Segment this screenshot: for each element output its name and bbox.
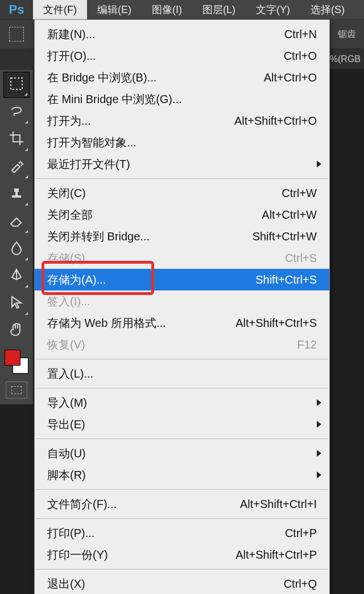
menu-item[interactable]: 关闭(C)Ctrl+W: [35, 182, 329, 204]
menu-item-shortcut: Ctrl+S: [285, 252, 317, 265]
submenu-arrow-icon: [317, 161, 321, 167]
menu-item[interactable]: 存储为(A)...Shift+Ctrl+S: [35, 269, 329, 290]
menubar-item-1[interactable]: 编辑(E): [87, 0, 142, 19]
color-swatches[interactable]: [3, 349, 30, 375]
menu-item-label: 文件简介(F)...: [47, 497, 233, 512]
menu-item[interactable]: 导出(E): [35, 413, 329, 435]
menu-item-label: 关闭(C): [47, 186, 275, 201]
menu-item-label: 在 Bridge 中浏览(B)...: [47, 70, 257, 85]
toolbox: [0, 69, 33, 404]
menu-item-label: 自动(U): [47, 446, 317, 461]
menu-item[interactable]: 导入(M): [35, 392, 329, 413]
screen-mode-button[interactable]: [6, 382, 27, 399]
eraser-tool-icon: [9, 212, 24, 231]
menu-item[interactable]: 新建(N)...Ctrl+N: [35, 23, 329, 45]
menu-item[interactable]: 存储为 Web 所用格式...Alt+Shift+Ctrl+S: [35, 312, 329, 334]
menu-item-label: 置入(L)...: [47, 366, 317, 382]
eraser-tool[interactable]: [3, 208, 30, 235]
pen-tool[interactable]: [3, 263, 30, 289]
menu-item-shortcut: Ctrl+W: [282, 187, 317, 200]
menu-item-label: 新建(N)...: [47, 27, 278, 42]
menu-item-shortcut: Alt+Shift+Ctrl+O: [234, 114, 317, 128]
menubar-item-0[interactable]: 文件(F): [33, 0, 87, 19]
hand-tool-icon: [9, 322, 24, 340]
menubar-item-label: 图像(I): [152, 3, 182, 17]
menubar-item-4[interactable]: 文字(Y): [246, 0, 300, 19]
submenu-arrow-icon: [317, 421, 321, 428]
svg-rect-0: [11, 78, 22, 89]
menu-item-shortcut: Ctrl+Q: [284, 577, 317, 591]
healing-brush-tool[interactable]: [3, 154, 30, 180]
menu-item[interactable]: 最近打开文件(T): [35, 153, 329, 175]
pen-tool-icon: [9, 267, 24, 285]
menu-item-label: 退出(X): [47, 576, 277, 592]
menu-item-label: 打开为...: [47, 113, 228, 129]
menu-item-label: 关闭并转到 Bridge...: [47, 229, 246, 244]
crop-tool-icon: [9, 130, 24, 149]
menu-item: 签入(I)...: [35, 290, 329, 312]
blur-tool-icon: [9, 240, 24, 258]
menu-item-label: 关闭全部: [47, 207, 255, 223]
anti-alias-label: 锯齿: [338, 28, 356, 40]
marquee-tool[interactable]: [3, 72, 30, 98]
menu-item[interactable]: 自动(U): [35, 443, 329, 464]
menu-item-label: 签入(I)...: [47, 294, 317, 309]
menubar-item-label: 编辑(E): [97, 3, 131, 17]
menu-item[interactable]: 在 Mini Bridge 中浏览(G)...: [35, 88, 329, 110]
menu-item[interactable]: 打印(P)...Ctrl+P: [35, 522, 329, 544]
document-tab-suffix: 0%(RGB: [325, 54, 361, 64]
lasso-tool-icon: [9, 103, 24, 121]
menu-item[interactable]: 退出(X)Ctrl+Q: [35, 573, 329, 594]
stamp-tool[interactable]: [3, 181, 30, 207]
menu-item-shortcut: Alt+Shift+Ctrl+S: [235, 317, 317, 330]
menu-item[interactable]: 打开为智能对象...: [35, 132, 329, 153]
submenu-arrow-icon: [317, 472, 321, 478]
menu-item-label: 打印(P)...: [47, 526, 278, 541]
blur-tool[interactable]: [3, 236, 30, 262]
menu-item-label: 导出(E): [47, 417, 317, 432]
menu-item-shortcut: F12: [297, 338, 317, 351]
menu-item[interactable]: 打开(O)...Ctrl+O: [35, 45, 329, 67]
menu-item-label: 脚本(R): [47, 468, 317, 483]
menubar-item-2[interactable]: 图像(I): [142, 0, 192, 19]
hand-tool[interactable]: [3, 318, 30, 344]
menu-item[interactable]: 关闭并转到 Bridge...Shift+Ctrl+W: [35, 226, 329, 247]
menu-item-shortcut: Ctrl+O: [284, 50, 317, 63]
menu-item: 恢复(V)F12: [35, 334, 329, 355]
menubar-item-5[interactable]: 选择(S): [300, 0, 355, 19]
menu-item[interactable]: 文件简介(F)...Alt+Shift+Ctrl+I: [35, 493, 329, 515]
stamp-tool-icon: [9, 185, 24, 203]
path-select-tool-icon: [9, 294, 24, 313]
menu-item-label: 在 Mini Bridge 中浏览(G)...: [47, 92, 317, 107]
menu-item[interactable]: 关闭全部Alt+Ctrl+W: [35, 204, 329, 226]
menu-item-label: 恢复(V): [47, 337, 291, 353]
menu-separator: [36, 569, 328, 570]
menu-item-shortcut: Alt+Ctrl+O: [264, 71, 317, 84]
menubar-item-3[interactable]: 图层(L): [192, 0, 246, 19]
menu-item-shortcut: Shift+Ctrl+S: [255, 273, 317, 286]
menubar-item-label: 图层(L): [202, 3, 235, 17]
foreground-swatch[interactable]: [5, 350, 20, 366]
menu-item[interactable]: 打开为...Alt+Shift+Ctrl+O: [35, 110, 329, 132]
menubar-item-label: 选择(S): [311, 3, 345, 17]
path-select-tool[interactable]: [3, 290, 30, 317]
crop-tool[interactable]: [3, 126, 30, 153]
marquee-tool-icon: [9, 76, 24, 94]
menu-item[interactable]: 脚本(R): [35, 464, 329, 486]
ps-logo-text: Ps: [9, 2, 24, 17]
menu-item[interactable]: 打印一份(Y)Alt+Shift+Ctrl+P: [35, 544, 329, 566]
menu-item-shortcut: Alt+Shift+Ctrl+P: [235, 548, 317, 562]
tool-preset-icon[interactable]: [9, 27, 24, 42]
menu-separator: [36, 388, 328, 388]
menubar-item-label: 文字(Y): [256, 3, 290, 17]
menu-item-label: 最近打开文件(T): [47, 157, 317, 172]
lasso-tool[interactable]: [3, 99, 30, 125]
menu-item-shortcut: Alt+Ctrl+W: [262, 208, 317, 222]
menu-item-label: 打开为智能对象...: [47, 135, 317, 150]
menu-separator: [36, 518, 328, 519]
app-logo: Ps: [0, 0, 33, 19]
menu-item-label: 打印一份(Y): [47, 547, 229, 563]
menu-item-label: 存储为(A)...: [47, 272, 249, 288]
menu-item[interactable]: 在 Bridge 中浏览(B)...Alt+Ctrl+O: [35, 67, 329, 88]
menu-item[interactable]: 置入(L)...: [35, 363, 329, 384]
